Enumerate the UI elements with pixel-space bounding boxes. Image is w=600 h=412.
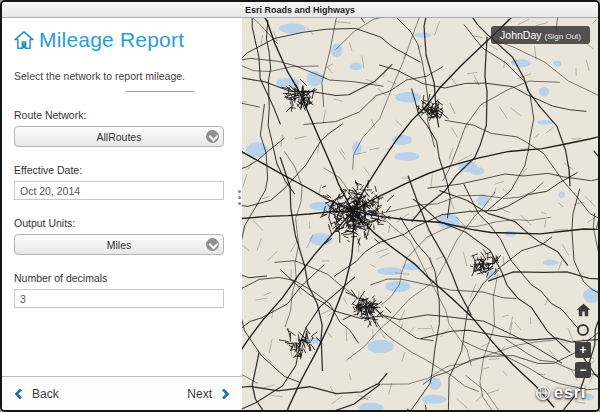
map-controls: + − [575, 302, 591, 378]
chevron-down-icon [206, 130, 219, 143]
chevron-down-icon [206, 238, 219, 251]
effective-date-input[interactable] [14, 181, 224, 200]
back-label: Back [32, 387, 59, 401]
esri-logo-text: esri [554, 383, 586, 403]
esri-logo: esri [535, 383, 586, 403]
output-units-value: Miles [107, 239, 132, 251]
titlebar: Esri Roads and Highways [2, 2, 598, 18]
back-button[interactable]: Back [16, 387, 59, 401]
panel-body: Mileage Report Select the network to rep… [2, 18, 236, 318]
locate-button[interactable] [575, 322, 591, 338]
panel-header: Mileage Report [14, 28, 224, 52]
decimals-label: Number of decimals [14, 272, 224, 284]
next-button[interactable]: Next [187, 387, 228, 401]
panel-title: Mileage Report [39, 28, 184, 52]
home-icon [14, 31, 34, 49]
app-window: Esri Roads and Highways Mileage Report S… [0, 0, 600, 412]
locate-icon [577, 324, 589, 336]
next-label: Next [187, 387, 212, 401]
output-units-label: Output Units: [14, 217, 224, 229]
divider [126, 91, 194, 92]
user-name: JohnDay [500, 29, 541, 41]
user-badge[interactable]: JohnDay (Sign Out) [491, 26, 590, 44]
bottom-nav: Back Next [2, 376, 242, 410]
route-network-dropdown[interactable]: AllRoutes [14, 126, 224, 147]
route-network-value: AllRoutes [97, 131, 142, 143]
zoom-out-button[interactable]: − [575, 362, 591, 378]
basemap[interactable] [242, 18, 598, 410]
panel-description: Select the network to report mileage. [14, 70, 224, 82]
sign-out-link[interactable]: (Sign Out) [545, 32, 581, 41]
panel-splitter[interactable] [236, 18, 242, 376]
mileage-report-panel: Mileage Report Select the network to rep… [2, 18, 236, 410]
home-icon [576, 303, 591, 317]
zoom-in-button[interactable]: + [575, 342, 591, 358]
chevron-left-icon [14, 388, 25, 399]
chevron-right-icon [218, 388, 229, 399]
decimals-input[interactable] [14, 289, 224, 308]
window-title: Esri Roads and Highways [245, 5, 355, 15]
route-network-label: Route Network: [14, 109, 224, 121]
output-units-dropdown[interactable]: Miles [14, 234, 224, 255]
esri-globe-icon [535, 385, 551, 401]
effective-date-label: Effective Date: [14, 164, 224, 176]
map-home-button[interactable] [575, 302, 591, 318]
map-container[interactable]: JohnDay (Sign Out) + − esri [242, 18, 598, 410]
